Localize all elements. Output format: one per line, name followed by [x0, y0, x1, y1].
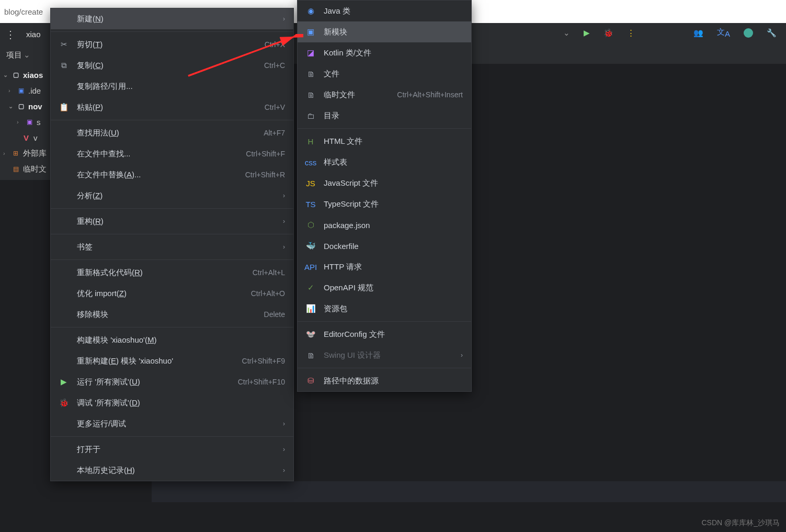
- submenu-openapi[interactable]: ✓OpenAPI 规范: [298, 277, 471, 298]
- submenu-datasource[interactable]: ⛁路径中的数据源: [298, 370, 471, 391]
- project-tree: ⌄▢xiaos ›▣.ide ⌄▢nov ›▣s Vv ›⊞外部库 ▤临时文: [0, 64, 50, 180]
- tree-ext-libs[interactable]: ›⊞外部库: [0, 145, 50, 161]
- menu-reformat[interactable]: 重新格式化代码(R)Ctrl+Alt+L: [51, 262, 293, 283]
- menu-replace-in-files[interactable]: 在文件中替换(A)...Ctrl+Shift+R: [51, 164, 293, 185]
- menu-dots-icon[interactable]: ⋮: [5, 28, 17, 41]
- watermark: CSDN @库库林_沙琪马: [701, 518, 780, 528]
- language-icon[interactable]: 文A: [717, 27, 730, 38]
- more-icon[interactable]: ⋮: [627, 28, 635, 38]
- submenu-new-module[interactable]: ▣新模块: [298, 21, 471, 42]
- tree-idea[interactable]: ›▣.ide: [0, 83, 50, 98]
- avatar[interactable]: [744, 28, 753, 38]
- project-name[interactable]: xiao: [26, 29, 41, 40]
- submenu-resource-bundle[interactable]: 📊资源包: [298, 298, 471, 319]
- menu-rebuild-module[interactable]: 重新构建(E) 模块 'xiaoshuo'Ctrl+Shift+F9: [51, 350, 293, 371]
- menu-new[interactable]: 新建(N)›: [51, 8, 293, 29]
- submenu-scratch[interactable]: 🗎临时文件Ctrl+Alt+Shift+Insert: [298, 84, 471, 105]
- menu-find-usages[interactable]: 查找用法(U)Alt+F7: [51, 122, 293, 143]
- menu-copy-path[interactable]: 复制路径/引用...: [51, 76, 293, 97]
- run-icon[interactable]: ▶: [584, 28, 590, 38]
- menu-copy[interactable]: ⧉复制(C)Ctrl+C: [51, 55, 293, 76]
- menu-more-run[interactable]: 更多运行/调试›: [51, 413, 293, 434]
- tree-scratches[interactable]: ▤临时文: [0, 161, 50, 177]
- menu-paste[interactable]: 📋粘贴(P)Ctrl+V: [51, 97, 293, 118]
- submenu-directory[interactable]: 🗀目录: [298, 105, 471, 126]
- menu-find-in-files[interactable]: 在文件中查找...Ctrl+Shift+F: [51, 143, 293, 164]
- menu-optimize-imports[interactable]: 优化 import(Z)Ctrl+Alt+O: [51, 283, 293, 304]
- submenu-dockerfile[interactable]: 🐳Dockerfile: [298, 235, 471, 256]
- menu-open-in[interactable]: 打开于›: [51, 439, 293, 460]
- context-menu: 新建(N)› ✂剪切(T)Ctrl+X ⧉复制(C)Ctrl+C 复制路径/引用…: [50, 8, 294, 481]
- menu-local-history[interactable]: 本地历史记录(H)›: [51, 460, 293, 481]
- submenu-editorconfig[interactable]: 🐭EditorConfig 文件: [298, 324, 471, 345]
- menu-analyze[interactable]: 分析(Z)›: [51, 185, 293, 206]
- menu-remove-module[interactable]: 移除模块Delete: [51, 304, 293, 325]
- settings-icon[interactable]: 🔧: [767, 28, 777, 38]
- chevron-down-icon[interactable]: ⌄: [563, 28, 570, 38]
- code-with-me-icon[interactable]: 👥: [693, 28, 703, 38]
- submenu-typescript[interactable]: TSTypeScript 文件: [298, 194, 471, 214]
- tree-s[interactable]: ›▣s: [0, 114, 50, 130]
- submenu-swing[interactable]: 🗎Swing UI 设计器›: [298, 345, 471, 366]
- debug-icon[interactable]: 🐞: [603, 28, 613, 38]
- submenu-html[interactable]: HHTML 文件: [298, 131, 471, 152]
- tree-nov[interactable]: ⌄▢nov: [0, 98, 50, 114]
- menu-cut[interactable]: ✂剪切(T)Ctrl+X: [51, 34, 293, 55]
- submenu-http[interactable]: APIHTTP 请求: [298, 256, 471, 277]
- tree-v[interactable]: Vv: [0, 130, 50, 145]
- submenu-javascript[interactable]: JSJavaScript 文件: [298, 173, 471, 194]
- tree-root[interactable]: ⌄▢xiaos: [0, 67, 50, 83]
- menu-debug[interactable]: 🐞调试 '所有测试'(D): [51, 392, 293, 413]
- submenu-kotlin[interactable]: ◪Kotlin 类/文件: [298, 42, 471, 63]
- new-submenu: ◉Java 类 ▣新模块 ◪Kotlin 类/文件 🗎文件 🗎临时文件Ctrl+…: [297, 0, 472, 392]
- menu-build-module[interactable]: 构建模块 'xiaoshuo'(M): [51, 330, 293, 350]
- submenu-file[interactable]: 🗎文件: [298, 63, 471, 84]
- submenu-package-json[interactable]: ⬡package.json: [298, 214, 471, 235]
- menu-bookmarks[interactable]: 书签›: [51, 236, 293, 257]
- menu-refactor[interactable]: 重构(R)›: [51, 211, 293, 232]
- menu-run[interactable]: ▶运行 '所有测试'(U)Ctrl+Shift+F10: [51, 371, 293, 392]
- submenu-java-class[interactable]: ◉Java 类: [298, 1, 471, 21]
- toolbar-right: ⌄ ▶ 🐞 ⋮ 👥 文A 🔧: [562, 27, 777, 38]
- url-text: blog/create: [4, 7, 43, 16]
- submenu-stylesheet[interactable]: css样式表: [298, 152, 471, 173]
